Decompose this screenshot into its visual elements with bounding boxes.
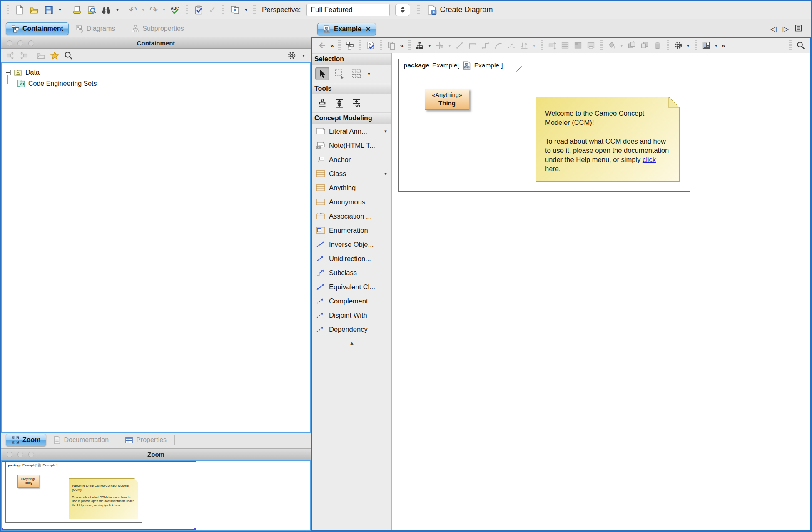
commit-check-button[interactable]: ✓ <box>207 5 217 15</box>
panel-dot[interactable] <box>7 452 12 457</box>
tab-zoom[interactable]: Zoom <box>6 434 46 446</box>
toolbar-grip[interactable] <box>359 40 361 50</box>
tab-containment[interactable]: Containment <box>6 22 69 35</box>
multi-select-button[interactable] <box>349 67 364 80</box>
palette-item-complement-of[interactable]: Complement... <box>312 294 391 308</box>
palette-item-equivalent-class[interactable]: Equivalent Cl... <box>312 280 391 294</box>
tree-label[interactable]: Data <box>25 69 40 76</box>
next-tab-button[interactable]: ▷ <box>780 24 792 34</box>
window-layout-button[interactable] <box>701 40 712 51</box>
perspective-field[interactable]: Full Featured <box>306 4 390 16</box>
line-style-curved-button[interactable] <box>493 40 504 51</box>
tab-diagrams[interactable]: Diagrams <box>70 22 120 35</box>
palette-item-note-html[interactable]: Note(HTML T... <box>312 138 391 152</box>
palette-item-unidirectional-property[interactable]: Unidirection... <box>312 251 391 266</box>
line-style-bent-button[interactable] <box>480 40 491 51</box>
viewport-handle[interactable] <box>1 528 3 530</box>
viewport-handle[interactable] <box>1 460 3 462</box>
palette-item-anything[interactable]: Anything <box>312 181 391 195</box>
palette-section-tools[interactable]: Tools <box>312 83 391 94</box>
palette-item-literal-annotation[interactable]: Literal Ann... ▾ <box>312 124 391 138</box>
toolbar-grip[interactable] <box>789 40 792 50</box>
palette-scroll-up[interactable]: ▲ <box>312 336 391 346</box>
toolbar-grip[interactable] <box>338 40 341 50</box>
tab-subproperties[interactable]: Subproperties <box>126 22 189 35</box>
panel-dot[interactable] <box>17 452 23 457</box>
palette-item-disjoint-with[interactable]: Disjoint With <box>312 308 391 322</box>
redo-dropdown[interactable]: ▾ <box>162 7 167 12</box>
zoom-preview-panel[interactable]: package Example[ Example ] «Anything» Th… <box>1 460 311 531</box>
distribute-tool-button[interactable] <box>332 97 346 110</box>
viewport-handle[interactable] <box>194 528 196 530</box>
toolbar-grip[interactable] <box>600 40 603 50</box>
palette-item-dependency[interactable]: Dependency <box>312 322 391 336</box>
open-project-button[interactable] <box>28 4 40 16</box>
fill-color-dropdown[interactable]: ▾ <box>619 43 624 48</box>
tab-list-button[interactable] <box>792 24 805 34</box>
paste-button[interactable] <box>386 40 397 51</box>
panel-dot[interactable] <box>17 40 23 46</box>
search-icon[interactable] <box>64 51 73 60</box>
toolbar-grip[interactable] <box>186 5 188 15</box>
spell-check-button[interactable] <box>169 4 181 16</box>
perspective-stepper[interactable] <box>395 4 410 16</box>
panel-dot[interactable] <box>28 40 34 46</box>
close-tab-icon[interactable]: × <box>366 25 371 34</box>
overflow-chevron[interactable]: » <box>400 42 403 49</box>
selection-dropdown[interactable]: ▾ <box>366 71 371 77</box>
diagram-canvas[interactable]: package Example[ Example ] «Anything» Th… <box>392 53 810 530</box>
collapse-selected-icon[interactable] <box>20 51 28 60</box>
palette-section-concept-modeling[interactable]: Concept Modeling <box>312 112 391 124</box>
save-dropdown[interactable]: ▾ <box>57 7 62 12</box>
print-button[interactable] <box>71 4 83 16</box>
update-project-button[interactable] <box>229 4 241 16</box>
collapse-all-icon[interactable] <box>6 51 15 60</box>
diagram-options-dropdown[interactable]: ▾ <box>686 43 691 48</box>
welcome-note[interactable]: Welcome to the Cameo Concept Modeler (CC… <box>536 97 680 182</box>
item-dropdown[interactable]: ▾ <box>383 129 388 134</box>
prev-tab-button[interactable]: ◁ <box>767 24 780 34</box>
overflow-chevron[interactable]: » <box>722 42 725 49</box>
bring-forward-button[interactable] <box>626 40 637 51</box>
line-style-oblique-button[interactable] <box>454 40 465 51</box>
select-cursor-button[interactable] <box>315 67 329 80</box>
window-layout-dropdown[interactable]: ▾ <box>714 43 719 48</box>
toolbar-grip[interactable] <box>380 40 382 50</box>
undo-dropdown[interactable]: ▾ <box>141 7 146 12</box>
palette-section-selection[interactable]: Selection <box>312 53 391 65</box>
send-backward-button[interactable] <box>639 40 650 51</box>
swap-ends-button[interactable] <box>519 40 530 51</box>
toolbar-grip[interactable] <box>222 5 224 15</box>
palette-item-anonymous-class[interactable]: Anonymous ... <box>312 195 391 209</box>
toolbar-grip[interactable] <box>408 40 411 50</box>
toolbar-grip[interactable] <box>541 40 543 50</box>
tree-label[interactable]: Code Engineering Sets <box>28 80 97 87</box>
anything-thing-class[interactable]: «Anything» Thing <box>425 89 469 110</box>
favorites-star-icon[interactable] <box>50 51 59 60</box>
create-diagram-button[interactable]: Create Diagram <box>424 5 496 15</box>
redo-button[interactable]: ↷ <box>149 4 159 16</box>
palette-item-enumeration[interactable]: Enumeration <box>312 223 391 237</box>
overflow-chevron[interactable]: » <box>330 42 334 49</box>
new-file-button[interactable] <box>14 4 25 16</box>
validate-button[interactable] <box>193 4 204 16</box>
tab-example-diagram[interactable]: Example × <box>317 23 376 35</box>
stamp-tool-button[interactable] <box>315 97 329 110</box>
palette-item-association-class[interactable]: Association ... <box>312 209 391 223</box>
resize-to-fit-button[interactable] <box>547 40 558 51</box>
fill-color-button[interactable] <box>606 40 617 51</box>
show-grid-button[interactable] <box>560 40 570 51</box>
toolbar-grip[interactable] <box>7 5 9 15</box>
diagram-search-button[interactable] <box>795 40 806 51</box>
panel-dot[interactable] <box>28 452 34 457</box>
tab-documentation[interactable]: Documentation <box>48 434 114 446</box>
show-in-containment-button[interactable] <box>344 40 355 51</box>
validate-diagram-button[interactable] <box>365 40 376 51</box>
expand-icon[interactable] <box>5 70 11 75</box>
palette-item-anchor[interactable]: Anchor <box>312 152 391 167</box>
panel-dot[interactable] <box>7 40 12 46</box>
update-project-dropdown[interactable]: ▾ <box>244 7 249 12</box>
zoom-viewport-rect[interactable] <box>2 461 195 530</box>
tree-row-data[interactable]: Data <box>5 67 310 78</box>
toolbar-grip[interactable] <box>253 5 256 15</box>
